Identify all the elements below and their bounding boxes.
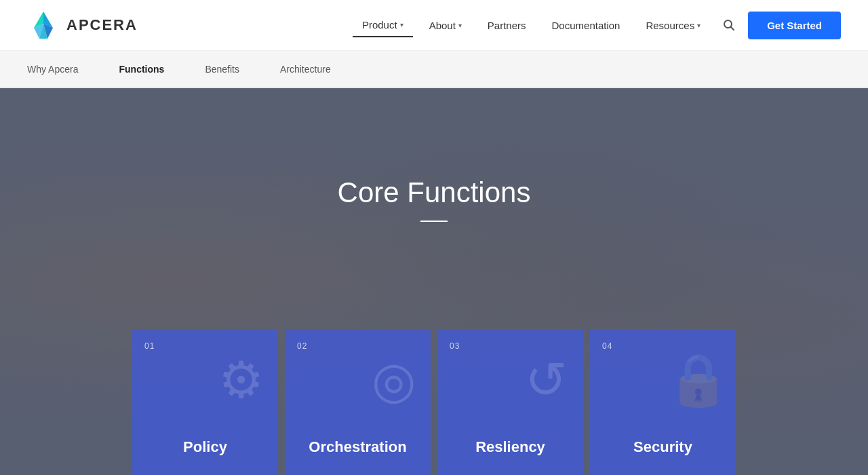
search-button[interactable] xyxy=(717,13,741,37)
card-icon-policy: ⚙ xyxy=(210,349,271,411)
card-resliency[interactable]: 03 ↺ Resliency xyxy=(437,329,583,475)
sub-nav-why-apcera[interactable]: Why Apcera xyxy=(27,61,78,77)
nav-item-about[interactable]: About ▾ xyxy=(420,14,471,37)
card-icon-resliency: ↺ xyxy=(515,349,576,411)
nav-item-product[interactable]: Product ▾ xyxy=(353,14,413,37)
nav-item-resources[interactable]: Resources ▾ xyxy=(636,14,710,37)
card-title-policy: Policy xyxy=(146,438,264,456)
sub-nav: Why Apcera Functions Benefits Architectu… xyxy=(0,51,868,88)
logo[interactable]: APCERA xyxy=(27,9,138,41)
resources-chevron-icon: ▾ xyxy=(697,22,701,29)
hero-divider xyxy=(420,221,448,222)
about-chevron-icon: ▾ xyxy=(458,22,462,29)
card-icon-security: 🔒 xyxy=(668,349,729,411)
hero-title: Core Functions xyxy=(338,176,531,209)
get-started-button[interactable]: Get Started xyxy=(748,12,841,39)
search-icon xyxy=(723,19,735,31)
main-nav: Product ▾ About ▾ Partners Documentation… xyxy=(353,12,841,39)
logo-text: APCERA xyxy=(66,16,138,34)
card-number-1: 01 xyxy=(144,341,155,351)
function-cards: 01 ⚙ Policy 02 ◎ Orchestration 03 ↺ Resl… xyxy=(0,329,868,475)
card-title-security: Security xyxy=(604,438,722,456)
svg-line-6 xyxy=(731,27,734,31)
sub-nav-architecture[interactable]: Architecture xyxy=(280,61,331,77)
card-number-4: 04 xyxy=(602,341,612,351)
header: APCERA Product ▾ About ▾ Partners Docume… xyxy=(0,0,868,51)
card-title-orchestration: Orchestration xyxy=(298,438,417,456)
logo-icon xyxy=(27,9,60,41)
hero-section: Core Functions 01 ⚙ Policy 02 ◎ Orchestr… xyxy=(0,88,868,475)
card-orchestration[interactable]: 02 ◎ Orchestration xyxy=(285,329,431,475)
nav-item-partners[interactable]: Partners xyxy=(478,14,536,37)
sub-nav-functions[interactable]: Functions xyxy=(119,61,164,77)
card-icon-orchestration: ◎ xyxy=(363,349,424,411)
sub-nav-benefits[interactable]: Benefits xyxy=(205,61,239,77)
card-policy[interactable]: 01 ⚙ Policy xyxy=(132,329,278,475)
card-number-2: 02 xyxy=(297,341,307,351)
card-title-resliency: Resliency xyxy=(451,438,570,456)
nav-item-documentation[interactable]: Documentation xyxy=(542,14,630,37)
card-number-3: 03 xyxy=(450,341,460,351)
product-chevron-icon: ▾ xyxy=(400,21,403,28)
card-security[interactable]: 04 🔒 Security xyxy=(590,329,736,475)
